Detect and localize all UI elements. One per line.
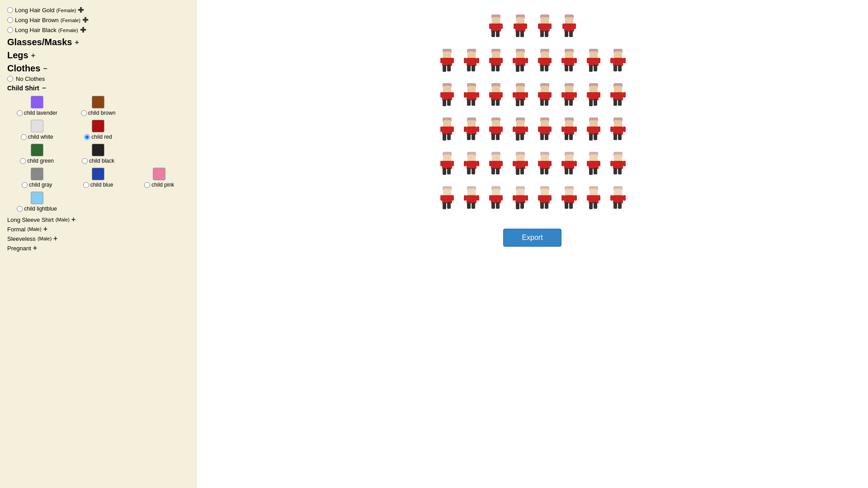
svg-rect-265 <box>476 195 479 201</box>
svg-rect-85 <box>443 86 451 93</box>
sprite-2-1 <box>437 48 458 78</box>
sprite-4-6 <box>559 117 580 146</box>
svg-rect-148 <box>467 120 476 127</box>
svg-rect-135 <box>613 92 623 100</box>
no-clothes-radio[interactable] <box>7 76 13 82</box>
sleeveless-expand[interactable]: + <box>53 235 57 243</box>
svg-rect-277 <box>520 202 524 209</box>
green-radio[interactable] <box>20 158 26 164</box>
black-swatch <box>92 144 104 156</box>
svg-rect-81 <box>618 65 622 71</box>
sprite-row-1 <box>486 14 580 43</box>
color-green-option: child green <box>7 144 66 164</box>
sprite-5-5 <box>534 151 555 181</box>
sprite-3-8 <box>608 82 628 112</box>
pregnant-label: Pregnant <box>7 245 31 252</box>
svg-rect-268 <box>491 195 501 203</box>
svg-rect-152 <box>464 127 467 132</box>
svg-rect-292 <box>561 195 564 201</box>
svg-rect-290 <box>565 202 568 209</box>
svg-rect-90 <box>451 92 454 98</box>
svg-rect-125 <box>574 92 577 98</box>
svg-rect-230 <box>549 161 552 166</box>
svg-rect-179 <box>569 134 573 140</box>
svg-rect-256 <box>447 202 451 209</box>
svg-rect-54 <box>513 58 515 63</box>
sleeveless-tag: (Male) <box>38 236 52 241</box>
glasses-expand[interactable]: + <box>75 38 79 47</box>
green-swatch <box>31 144 43 156</box>
hair-black-radio[interactable] <box>7 27 13 33</box>
pregnant-expand[interactable]: + <box>33 244 37 252</box>
svg-rect-50 <box>516 52 524 59</box>
color-lavender-option: child lavender <box>7 96 66 116</box>
blue-radio[interactable] <box>83 182 89 188</box>
svg-rect-55 <box>525 58 528 63</box>
svg-rect-78 <box>614 52 622 59</box>
svg-rect-241 <box>589 168 593 175</box>
child-shirt-collapse[interactable]: − <box>42 84 46 92</box>
svg-rect-40 <box>464 58 467 63</box>
svg-rect-207 <box>472 168 475 174</box>
svg-rect-16 <box>540 23 550 32</box>
legs-expand[interactable]: + <box>31 52 35 60</box>
svg-rect-180 <box>561 127 564 132</box>
hair-gold-expand[interactable]: ✚ <box>78 6 84 14</box>
svg-rect-240 <box>589 161 599 169</box>
hair-brown-radio[interactable] <box>7 17 13 23</box>
svg-rect-232 <box>565 155 573 162</box>
svg-rect-116 <box>545 99 548 106</box>
pink-radio[interactable] <box>144 182 150 188</box>
formal-expand[interactable]: + <box>43 225 47 233</box>
svg-rect-201 <box>440 161 443 166</box>
svg-rect-223 <box>525 161 528 166</box>
sprite-4-2 <box>461 117 482 146</box>
svg-rect-118 <box>549 92 552 98</box>
lightblue-radio[interactable] <box>17 206 23 212</box>
svg-rect-177 <box>564 127 574 135</box>
svg-rect-100 <box>491 92 501 100</box>
red-radio[interactable] <box>84 134 90 140</box>
svg-rect-170 <box>540 127 550 135</box>
sprite-3-1 <box>437 82 458 112</box>
svg-rect-251 <box>623 161 626 166</box>
sprite-5-2 <box>461 151 482 181</box>
svg-rect-5 <box>489 23 492 29</box>
clothes-collapse[interactable]: − <box>43 65 47 73</box>
svg-rect-121 <box>564 92 574 100</box>
svg-rect-65 <box>564 58 574 66</box>
svg-rect-87 <box>443 99 446 106</box>
sprite-row-2 <box>437 48 628 78</box>
black-radio[interactable] <box>82 158 88 164</box>
svg-rect-67 <box>569 65 573 71</box>
white-radio[interactable] <box>21 134 27 140</box>
brown-swatch <box>92 96 104 108</box>
svg-rect-58 <box>540 58 550 66</box>
svg-rect-143 <box>443 134 446 141</box>
lavender-radio[interactable] <box>17 110 23 116</box>
export-button[interactable]: Export <box>503 229 561 247</box>
svg-rect-163 <box>515 127 525 135</box>
sprite-3-3 <box>486 82 506 112</box>
svg-rect-234 <box>565 168 568 174</box>
sleeveless-item: Sleeveless (Male) + <box>7 235 189 243</box>
sprite-row-6 <box>437 185 628 215</box>
svg-rect-82 <box>610 58 613 63</box>
svg-rect-47 <box>489 58 492 63</box>
svg-rect-34 <box>451 58 454 63</box>
blue-swatch <box>92 168 104 180</box>
gray-radio[interactable] <box>22 182 28 188</box>
svg-rect-150 <box>467 134 471 140</box>
hair-black-expand[interactable]: ✚ <box>80 26 86 34</box>
svg-rect-29 <box>443 52 451 59</box>
svg-rect-51 <box>515 58 525 66</box>
brown-radio[interactable] <box>81 110 87 116</box>
svg-rect-255 <box>443 202 446 209</box>
svg-rect-52 <box>516 65 519 72</box>
svg-rect-215 <box>489 161 492 166</box>
long-sleeve-expand[interactable]: + <box>71 216 75 224</box>
svg-rect-298 <box>594 202 597 209</box>
child-shirt-label: Child Shirt <box>7 84 39 92</box>
hair-brown-expand[interactable]: ✚ <box>82 16 88 24</box>
hair-gold-radio[interactable] <box>7 7 13 13</box>
